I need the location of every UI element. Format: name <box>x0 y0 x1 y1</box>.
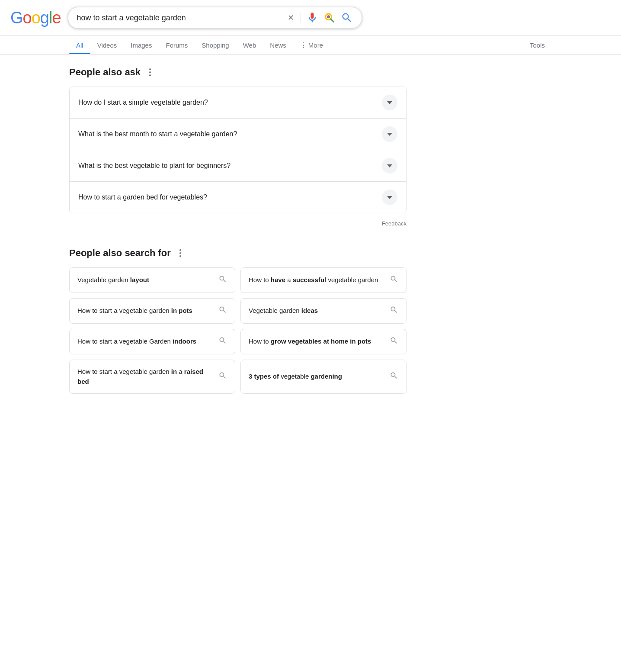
pasf-text: Vegetable garden layout <box>77 275 213 285</box>
chevron-down-icon <box>387 101 392 104</box>
tab-more[interactable]: ⋮ More <box>293 36 330 54</box>
pasf-menu-icon[interactable] <box>176 249 185 257</box>
search-icon <box>390 371 398 382</box>
pasf-text: How to grow vegetables at home in pots <box>249 337 384 347</box>
clear-icon[interactable]: ✕ <box>287 13 295 22</box>
pasf-title: People also search for <box>69 248 407 259</box>
pasf-item[interactable]: 3 types of vegetable gardening <box>240 360 407 394</box>
feedback-row: Feedback <box>69 217 407 234</box>
pasf-item[interactable]: How to start a vegetable garden in a rai… <box>69 360 235 394</box>
chevron-down-icon <box>387 133 392 136</box>
search-input[interactable] <box>77 13 282 23</box>
paa-title: People also ask <box>69 67 407 78</box>
tab-forums[interactable]: Forums <box>159 36 195 54</box>
tab-web[interactable]: Web <box>236 36 263 54</box>
main-content: People also ask How do I start a simple … <box>0 55 476 406</box>
paa-menu-icon[interactable] <box>146 68 154 77</box>
paa-question: How do I start a simple vegetable garden… <box>78 99 208 106</box>
paa-item[interactable]: What is the best vegetable to plant for … <box>70 150 406 182</box>
nav-tabs: All Videos Images Forums Shopping Web Ne… <box>0 36 621 55</box>
header: Google ✕ <box>0 0 621 36</box>
pasf-grid: Vegetable garden layout How to have a su… <box>69 267 407 394</box>
lens-icon[interactable] <box>323 12 336 24</box>
chevron-down-icon <box>387 196 392 199</box>
pasf-text: How to start a vegetable garden in a rai… <box>77 367 213 386</box>
paa-expand-button[interactable] <box>382 126 397 142</box>
pasf-text: How to start a vegetable Garden indoors <box>77 337 213 347</box>
pasf-item[interactable]: Vegetable garden layout <box>69 267 235 293</box>
mic-icon[interactable] <box>306 12 318 24</box>
svg-point-3 <box>327 16 330 18</box>
pasf-text: How to have a successful vegetable garde… <box>249 275 384 285</box>
pasf-item[interactable]: How to start a vegetable Garden indoors <box>69 329 235 354</box>
search-icon <box>218 336 227 347</box>
search-icon <box>390 275 398 286</box>
pasf-text: How to start a vegetable garden in pots <box>77 306 213 316</box>
feedback-link[interactable]: Feedback <box>382 220 407 227</box>
paa-item[interactable]: What is the best month to start a vegeta… <box>70 119 406 150</box>
chevron-down-icon <box>387 164 392 167</box>
people-also-ask-section: People also ask How do I start a simple … <box>69 67 407 234</box>
search-submit-icon[interactable] <box>341 12 353 24</box>
search-bar-icons: ✕ <box>287 12 353 24</box>
tab-shopping[interactable]: Shopping <box>195 36 236 54</box>
paa-expand-button[interactable] <box>382 95 397 110</box>
pasf-item[interactable]: How to have a successful vegetable garde… <box>240 267 407 293</box>
svg-line-2 <box>330 19 333 22</box>
pasf-item[interactable]: How to grow vegetables at home in pots <box>240 329 407 354</box>
paa-expand-button[interactable] <box>382 158 397 174</box>
pasf-text: Vegetable garden ideas <box>249 306 384 316</box>
paa-question: What is the best month to start a vegeta… <box>78 130 237 138</box>
paa-item[interactable]: How do I start a simple vegetable garden… <box>70 87 406 119</box>
search-icon <box>390 336 398 347</box>
pasf-item[interactable]: How to start a vegetable garden in pots <box>69 298 235 324</box>
paa-question: How to start a garden bed for vegetables… <box>78 193 207 201</box>
google-logo[interactable]: Google <box>10 9 61 27</box>
search-icon <box>218 305 227 316</box>
people-also-search-section: People also search for Vegetable garden … <box>69 248 407 394</box>
tab-images[interactable]: Images <box>124 36 159 54</box>
tools-button[interactable]: Tools <box>523 36 552 54</box>
pasf-item[interactable]: Vegetable garden ideas <box>240 298 407 324</box>
tab-all[interactable]: All <box>69 36 90 54</box>
paa-list: How do I start a simple vegetable garden… <box>69 87 407 213</box>
search-icon <box>218 275 227 286</box>
paa-expand-button[interactable] <box>382 190 397 205</box>
search-icon <box>218 371 227 382</box>
tab-videos[interactable]: Videos <box>90 36 124 54</box>
paa-item[interactable]: How to start a garden bed for vegetables… <box>70 182 406 213</box>
search-bar[interactable]: ✕ <box>68 7 362 29</box>
tab-news[interactable]: News <box>263 36 293 54</box>
search-icon <box>390 305 398 316</box>
divider <box>301 13 301 23</box>
pasf-text: 3 types of vegetable gardening <box>249 372 384 382</box>
paa-question: What is the best vegetable to plant for … <box>78 162 230 170</box>
